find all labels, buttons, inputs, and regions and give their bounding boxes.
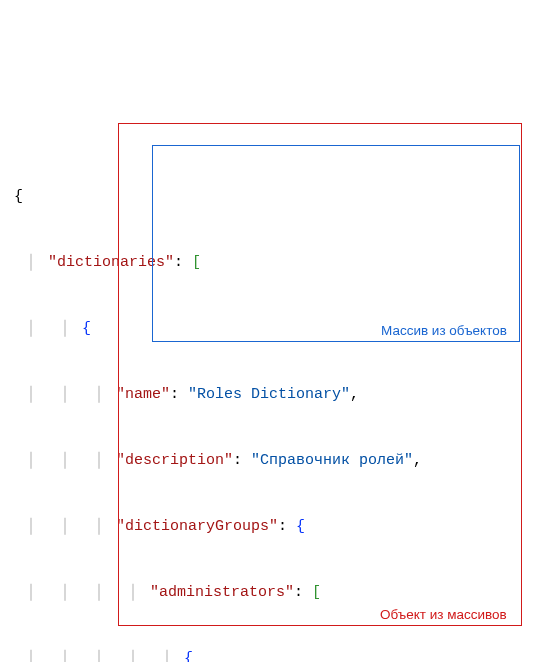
code-line: │││"name": "Roles Dictionary", [14,384,542,406]
blue-annotation-box [152,145,520,342]
code-line: │││"dictionaryGroups": { [14,516,542,538]
code-line: │"dictionaries": [ [14,252,542,274]
code-line: ││││"administrators": [ [14,582,542,604]
blue-annotation-label: Массив из объектов [381,320,507,342]
code-line: │││││{ [14,648,542,662]
code-line: │││"description": "Справочник ролей", [14,450,542,472]
code-line: { [14,186,542,208]
json-code-block: Массив из объектов Объект из массивов { … [14,10,542,662]
red-annotation-label: Объект из массивов [380,604,507,626]
